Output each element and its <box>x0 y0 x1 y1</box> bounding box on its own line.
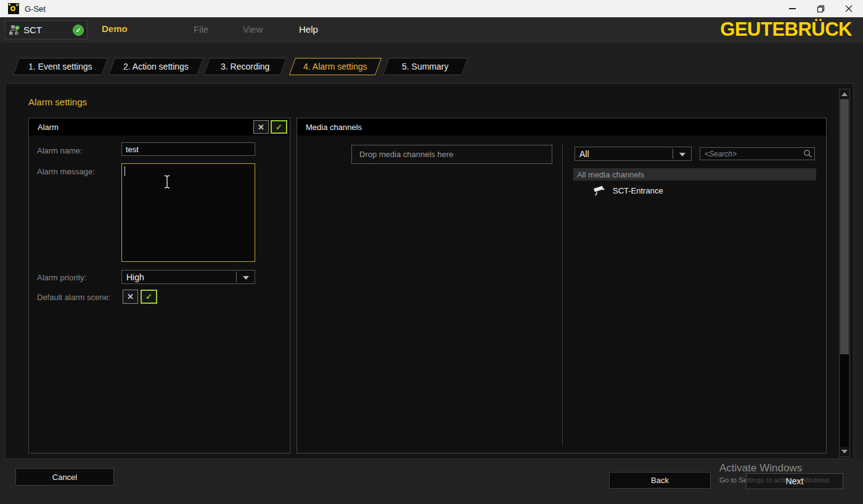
next-button[interactable]: Next <box>746 473 843 489</box>
channel-filter-dropdown[interactable]: All <box>575 147 692 161</box>
window-title: G-Set <box>25 4 46 14</box>
default-alarm-scene-label: Default alarm scene: <box>37 293 110 302</box>
restore-icon <box>817 5 825 13</box>
menu-file[interactable]: File <box>194 24 208 35</box>
chevron-down-icon <box>243 276 249 280</box>
arrow-down-icon <box>841 450 848 453</box>
back-button[interactable]: Back <box>609 472 711 489</box>
g-set-app-icon <box>8 3 19 14</box>
server-name: SCT <box>23 25 42 35</box>
page-title: Alarm settings <box>28 97 87 107</box>
media-panel-header: Media channels <box>297 118 826 136</box>
alarm-disable-button[interactable]: ✕ <box>253 120 269 134</box>
scrollbar-thumb[interactable] <box>840 99 849 354</box>
scroll-up-button[interactable] <box>840 89 849 99</box>
media-channels-panel: Media channels Drop media channels here … <box>297 118 827 453</box>
tab-event-settings[interactable]: 1. Event settings <box>13 58 108 75</box>
sitemap-icon <box>9 25 20 35</box>
tab-action-settings[interactable]: 2. Action settings <box>108 58 203 75</box>
server-selector[interactable]: SCT ✓ <box>5 20 88 39</box>
project-tab[interactable]: Demo <box>102 23 128 34</box>
drop-hint: Drop media channels here <box>359 150 453 159</box>
restore-button[interactable] <box>806 0 835 17</box>
alarm-message-label: Alarm message: <box>37 167 95 176</box>
alarm-panel-title: Alarm <box>38 123 59 132</box>
search-icon <box>803 149 812 158</box>
media-drop-zone[interactable]: Drop media channels here <box>351 145 552 164</box>
close-icon <box>845 5 853 12</box>
tab-recording[interactable]: 3. Recording <box>203 58 287 75</box>
text-caret <box>125 166 125 176</box>
topbar: SCT ✓ Demo File View Help GEUTEBRÜCK <box>0 17 863 43</box>
g-set-window: G-Set <box>0 0 863 504</box>
tab-summary[interactable]: 5. Summary <box>383 58 468 75</box>
default-scene-off-button[interactable]: ✕ <box>123 290 138 304</box>
vertical-scrollbar[interactable] <box>839 89 850 457</box>
panel-divider <box>562 143 563 446</box>
channel-item-sct-entrance[interactable]: SCT-Entrance <box>581 181 815 200</box>
wizard-page: Alarm settings Alarm ✕ ✓ Alarm name: Ala… <box>5 83 854 459</box>
wizard-tabstrip: 1. Event settings 2. Action settings 3. … <box>0 43 863 83</box>
minimize-icon <box>789 8 796 9</box>
cctv-camera-icon <box>593 184 607 197</box>
scroll-down-button[interactable] <box>840 447 849 457</box>
cancel-button[interactable]: Cancel <box>15 468 114 486</box>
media-panel-title: Media channels <box>306 123 362 132</box>
alarm-priority-label: Alarm priority: <box>37 273 86 282</box>
chevron-down-icon <box>679 153 685 156</box>
channel-list-header: All media channels <box>573 168 816 181</box>
menu-help[interactable]: Help <box>299 24 318 35</box>
alarm-message-textarea[interactable] <box>121 163 255 262</box>
tab-alarm-settings[interactable]: 4. Alarm settings <box>289 58 382 75</box>
alarm-name-label: Alarm name: <box>37 146 83 155</box>
channel-search <box>700 147 815 160</box>
alarm-panel-header: Alarm <box>29 118 290 136</box>
geutebruck-logo: GEUTEBRÜCK <box>720 18 852 41</box>
search-input[interactable] <box>700 148 802 160</box>
arrow-up-icon <box>841 92 848 96</box>
close-button[interactable] <box>835 0 863 17</box>
footer-bar: Cancel Back Activate Windows Go to Setti… <box>0 459 863 504</box>
alarm-name-input[interactable] <box>121 142 255 156</box>
menu-view[interactable]: View <box>243 24 263 35</box>
alarm-enable-button[interactable]: ✓ <box>271 120 287 134</box>
channel-label: SCT-Entrance <box>613 186 663 195</box>
server-status-check-icon: ✓ <box>73 25 84 36</box>
titlebar: G-Set <box>0 0 863 17</box>
minimize-button[interactable] <box>778 0 806 17</box>
default-scene-on-button[interactable]: ✓ <box>141 290 157 304</box>
alarm-priority-dropdown[interactable]: High <box>121 270 255 284</box>
alarm-panel: Alarm ✕ ✓ Alarm name: Alarm message: Ala… <box>28 118 290 453</box>
